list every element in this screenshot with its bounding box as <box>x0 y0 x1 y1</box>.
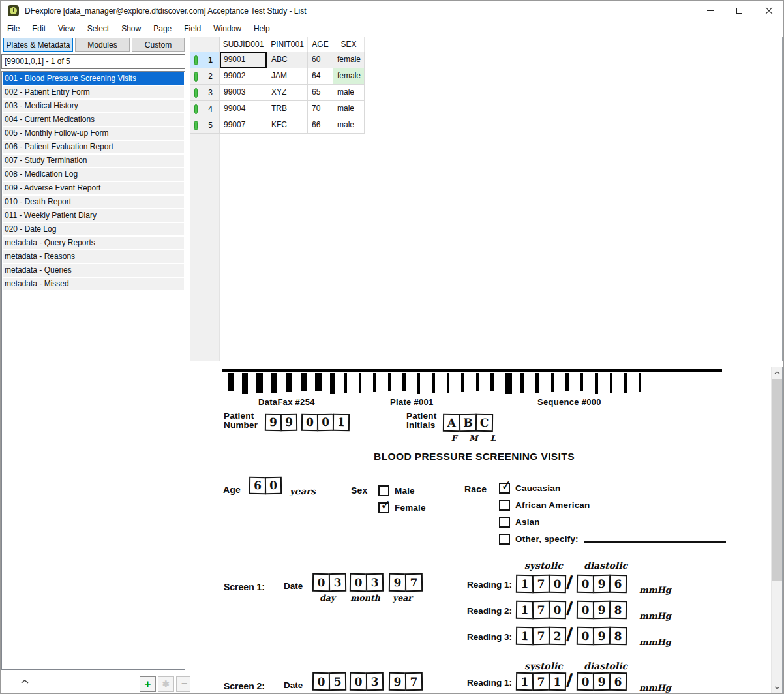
digit-box: 7 <box>532 672 550 691</box>
table-row: 199001ABC60female <box>190 52 365 68</box>
add-record-button[interactable]: + <box>140 676 156 692</box>
table-cell[interactable]: TRB <box>267 101 308 117</box>
menu-item-edit[interactable]: Edit <box>32 24 46 33</box>
close-button[interactable] <box>754 1 783 21</box>
row-number: 3 <box>202 85 219 100</box>
tab-custom[interactable]: Custom <box>132 38 185 52</box>
digit-box: B <box>459 414 477 432</box>
tab-modules[interactable]: Modules <box>75 38 130 52</box>
sidebar-item-003-medical-history[interactable]: 003 - Medical History <box>3 100 184 112</box>
patient-number-boxes: 99001 <box>265 414 354 431</box>
table-cell[interactable]: 99001 <box>220 52 267 68</box>
menu-item-page[interactable]: Page <box>153 24 172 33</box>
menu-item-select[interactable]: Select <box>87 24 109 33</box>
sidebar-tabs: Plates & MetadataModulesCustom <box>3 38 185 52</box>
sidebar-item-metadata-query-reports[interactable]: metadata - Query Reports <box>3 237 184 249</box>
table-cell[interactable]: 99003 <box>220 85 267 101</box>
row-header[interactable]: 5 <box>190 117 220 134</box>
digit-box: 6 <box>609 672 627 691</box>
row-number: 4 <box>202 101 219 117</box>
row-header[interactable]: 1 <box>190 52 220 68</box>
race-label: Race <box>464 485 487 494</box>
table-cell[interactable]: XYZ <box>267 85 308 101</box>
sidebar-item-008-medication-log[interactable]: 008 - Medication Log <box>3 168 184 181</box>
digit-box: 1 <box>516 672 534 691</box>
digit-box: 0 <box>549 575 566 593</box>
table-row: 499004TRB70male <box>190 101 365 117</box>
scrollbar-thumb[interactable] <box>772 379 782 581</box>
app-window: DFexplore [data_manager@explore.dfdiscov… <box>0 0 784 694</box>
sidebar-item-001-blood-pressure-screening-visits[interactable]: 001 - Blood Pressure Screening Visits <box>3 72 184 85</box>
record-status-box: [99001,0,1] - 1 of 5 <box>1 54 185 69</box>
crf-image[interactable]: DataFax #254 Plate #001 Sequence #000 Pa… <box>190 367 771 693</box>
table-cell[interactable]: male <box>333 101 365 117</box>
column-header-pinit001[interactable]: PINIT001 <box>267 37 308 52</box>
table-cell[interactable]: 60 <box>308 52 333 68</box>
row-header[interactable]: 4 <box>190 101 220 117</box>
sidebar-item-006-patient-evaluation-report[interactable]: 006 - Patient Evaluation Report <box>3 141 184 153</box>
digit-box: 1 <box>516 601 534 619</box>
systolic-header: systolic <box>524 560 563 571</box>
mmhg-unit: mmHg <box>639 637 671 647</box>
sidebar-item-metadata-missed[interactable]: metadata - Missed <box>3 278 184 290</box>
table-row: 399003XYZ65male <box>190 85 365 101</box>
scroll-down-icon[interactable] <box>772 682 783 693</box>
menu-item-window[interactable]: Window <box>213 24 241 33</box>
sidebar-item-010-death-report[interactable]: 010 - Death Report <box>3 196 184 208</box>
table-cell[interactable]: 99004 <box>220 101 267 117</box>
collapse-panel-icon[interactable] <box>20 679 29 684</box>
table-cell[interactable]: male <box>333 85 365 101</box>
table-cell[interactable]: KFC <box>267 117 308 134</box>
scroll-up-icon[interactable] <box>772 367 783 378</box>
table-cell[interactable]: male <box>333 117 365 134</box>
sidebar-item-002-patient-entry-form[interactable]: 002 - Patient Entry Form <box>3 86 184 98</box>
record-table-panel: SUBJID001PINIT001AGESEX199001ABC60female… <box>190 37 783 361</box>
maximize-button[interactable] <box>725 1 754 21</box>
table-cell[interactable]: 70 <box>308 101 333 117</box>
menu-item-show[interactable]: Show <box>121 24 141 33</box>
digit-box-group: 001 <box>301 414 348 431</box>
tab-plates-metadata[interactable]: Plates & Metadata <box>3 38 73 52</box>
sidebar-item-005-monthly-follow-up-form[interactable]: 005 - Monthly Follow-up Form <box>3 127 184 140</box>
menu-item-view[interactable]: View <box>58 24 75 33</box>
table-cell[interactable]: 99007 <box>220 117 267 134</box>
mmhg-unit: mmHg <box>639 611 671 621</box>
digit-box: 7 <box>532 575 550 593</box>
menu-item-help[interactable]: Help <box>254 24 270 33</box>
table-cell[interactable]: 64 <box>308 68 333 85</box>
sidebar-item-020-date-log[interactable]: 020 - Date Log <box>3 223 184 235</box>
table-row: 599007KFC66male <box>190 117 365 134</box>
sidebar-item-009-adverse-event-report[interactable]: 009 - Adverse Event Report <box>3 182 184 194</box>
digit-box: 8 <box>609 601 627 619</box>
minimize-button[interactable] <box>695 1 725 21</box>
diastolic-header: diastolic <box>584 560 627 571</box>
sidebar-item-004-current-medications[interactable]: 004 - Current Medications <box>3 113 184 126</box>
sidebar-item-011-weekly-patient-diary[interactable]: 011 - Weekly Patient Diary <box>3 209 184 222</box>
table-cell[interactable]: female <box>333 52 365 68</box>
checkmark-icon: ✓ <box>380 496 392 513</box>
sidebar-item-metadata-reasons[interactable]: metadata - Reasons <box>3 250 184 263</box>
row-header[interactable]: 3 <box>190 85 220 101</box>
column-header-sex[interactable]: SEX <box>333 37 365 52</box>
menu-bar: FileEditViewSelectShowPageFieldWindowHel… <box>1 21 783 36</box>
menu-item-field[interactable]: Field <box>184 24 201 33</box>
table-cell[interactable]: female <box>333 68 365 85</box>
column-header-age[interactable]: AGE <box>308 37 333 52</box>
table-cell[interactable]: 99002 <box>220 68 267 85</box>
mmhg-unit: mmHg <box>639 683 671 693</box>
systolic-boxes: 170 <box>516 575 565 593</box>
record-table: SUBJID001PINIT001AGESEX199001ABC60female… <box>190 37 365 134</box>
menu-item-file[interactable]: File <box>7 24 20 33</box>
table-cell[interactable]: ABC <box>267 52 308 68</box>
date-sublabel-year: year <box>386 593 419 603</box>
table-cell[interactable]: 66 <box>308 117 333 134</box>
table-cell[interactable]: JAM <box>267 68 308 85</box>
row-number: 5 <box>202 117 219 133</box>
sidebar-item-007-study-termination[interactable]: 007 - Study Termination <box>3 155 184 167</box>
table-cell[interactable]: 65 <box>308 85 333 101</box>
form-scrollbar[interactable] <box>771 367 782 693</box>
row-header[interactable]: 2 <box>190 68 220 85</box>
sidebar-item-metadata-queries[interactable]: metadata - Queries <box>3 264 184 277</box>
diastolic-boxes: 096 <box>577 575 626 593</box>
column-header-subjid001[interactable]: SUBJID001 <box>220 37 267 52</box>
